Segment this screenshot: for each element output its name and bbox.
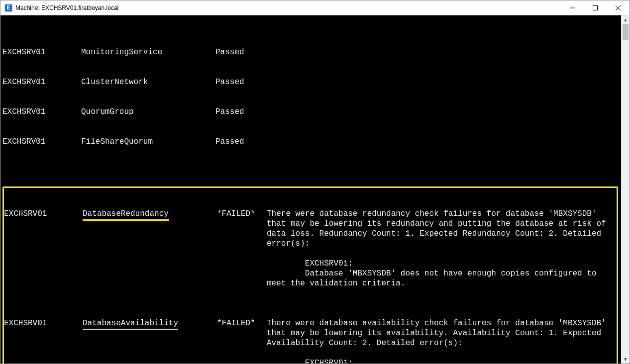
table-row: EXCHSRV01 DatabaseRedundancy *FAILED* Th… (4, 209, 617, 298)
cell-server: EXCHSRV01 (2, 47, 81, 57)
table-row: EXCHSRV01 MonitoringService Passed (2, 47, 621, 57)
cell-server: EXCHSRV01 (2, 107, 81, 117)
cell-check: DatabaseAvailability (83, 318, 217, 364)
underlined-check: DatabaseAvailability (83, 318, 178, 330)
titlebar[interactable]: Machine: EXCHSRV01.firatboyan.local (0, 0, 630, 15)
table-row: EXCHSRV01 DatabaseAvailability *FAILED* … (4, 318, 617, 364)
minimize-button[interactable] (561, 0, 584, 15)
cell-result: *FAILED* (217, 209, 267, 298)
cell-error: There were database availability check f… (267, 318, 617, 364)
cell-result: Passed (215, 137, 265, 147)
vertical-scrollbar[interactable]: ▲ ▼ (621, 15, 630, 364)
cell-result: *FAILED* (217, 318, 267, 364)
cell-server: EXCHSRV01 (2, 77, 81, 87)
scroll-track[interactable] (622, 24, 630, 355)
app-window: Machine: EXCHSRV01.firatboyan.local EXCH… (0, 0, 630, 364)
cell-check: ClusterNetwork (81, 77, 215, 87)
cell-result: Passed (215, 107, 265, 117)
cell-error: There were database redundancy check fai… (267, 209, 617, 298)
table-row: EXCHSRV01 ClusterNetwork Passed (2, 77, 621, 87)
cell-check: FileShareQuorum (81, 137, 215, 147)
window-title: Machine: EXCHSRV01.firatboyan.local (15, 4, 118, 11)
maximize-button[interactable] (584, 0, 607, 15)
scroll-thumb[interactable] (623, 24, 629, 40)
cell-server: EXCHSRV01 (2, 137, 81, 147)
cell-check: DatabaseRedundancy (83, 209, 217, 298)
close-button[interactable] (607, 0, 630, 15)
app-icon (4, 4, 12, 12)
cell-check: QuorumGroup (81, 107, 215, 117)
cell-check: MonitoringService (81, 47, 215, 57)
highlighted-failures: EXCHSRV01 DatabaseRedundancy *FAILED* Th… (2, 186, 618, 364)
underlined-check: DatabaseRedundancy (83, 209, 169, 221)
scroll-up-icon[interactable]: ▲ (622, 15, 630, 24)
cell-server: EXCHSRV01 (4, 318, 83, 364)
table-row: EXCHSRV01 FileShareQuorum Passed (2, 137, 621, 147)
cell-result: Passed (215, 47, 265, 57)
svg-rect-1 (593, 5, 598, 10)
cell-result: Passed (215, 77, 265, 87)
cell-server: EXCHSRV01 (4, 209, 83, 298)
terminal-output[interactable]: EXCHSRV01 MonitoringService Passed EXCHS… (0, 15, 621, 364)
scroll-down-icon[interactable]: ▼ (622, 355, 630, 364)
table-row: EXCHSRV01 QuorumGroup Passed (2, 107, 621, 117)
terminal-client: EXCHSRV01 MonitoringService Passed EXCHS… (0, 15, 630, 364)
